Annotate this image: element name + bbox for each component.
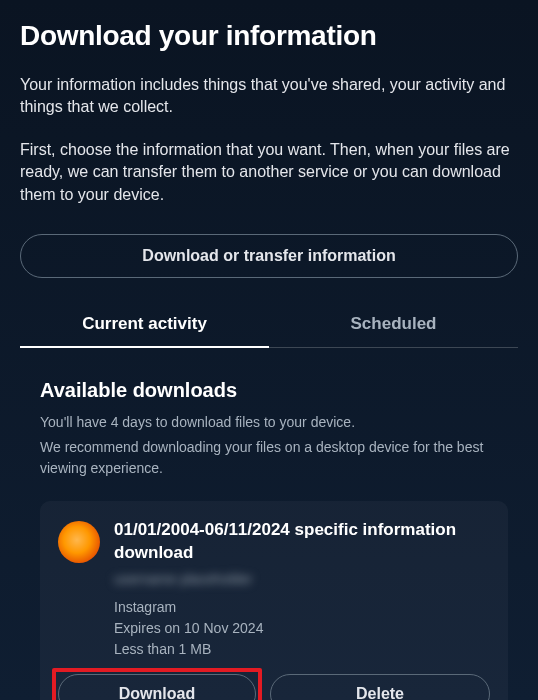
tab-scheduled[interactable]: Scheduled (269, 302, 518, 348)
download-transfer-button[interactable]: Download or transfer information (20, 234, 518, 278)
avatar (58, 521, 100, 563)
tab-current-activity[interactable]: Current activity (20, 302, 269, 348)
download-item-title: 01/01/2004-06/11/2024 specific informati… (114, 519, 490, 565)
download-item-expires: Expires on 10 Nov 2024 (114, 618, 490, 639)
delete-button[interactable]: Delete (270, 674, 490, 700)
download-item-platform: Instagram (114, 597, 490, 618)
description-primary: Your information includes things that yo… (20, 74, 518, 119)
download-item-username-blurred: username placeholder (114, 571, 490, 587)
tabs-bar: Current activity Scheduled (20, 302, 518, 349)
page-title: Download your information (20, 20, 518, 52)
available-subtitle-line2: We recommend downloading your files on a… (40, 437, 508, 479)
available-downloads-title: Available downloads (40, 379, 508, 402)
download-item-size: Less than 1 MB (114, 639, 490, 660)
available-subtitle-line1: You'll have 4 days to download files to … (40, 412, 508, 433)
download-card: 01/01/2004-06/11/2024 specific informati… (40, 501, 508, 700)
download-button[interactable]: Download (58, 674, 256, 700)
description-secondary: First, choose the information that you w… (20, 139, 518, 206)
